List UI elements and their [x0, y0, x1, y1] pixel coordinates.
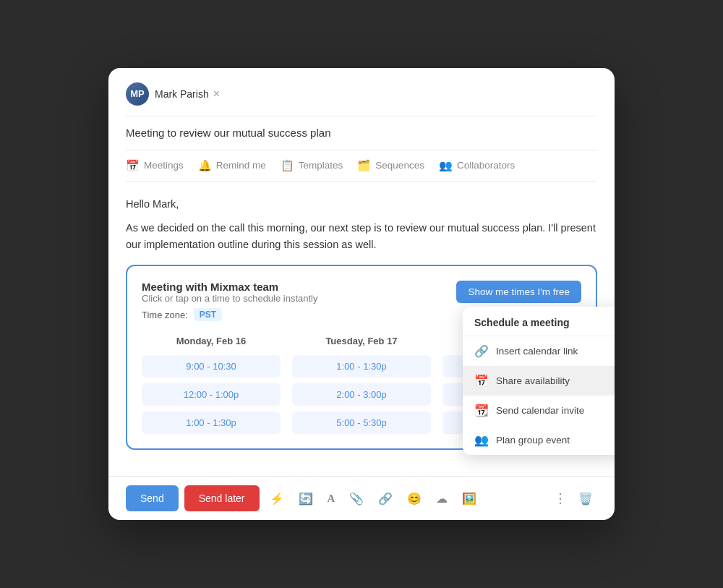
collaborators-icon: 👥: [439, 159, 453, 172]
lightning-icon-button[interactable]: ⚡: [265, 487, 288, 510]
link-icon-button[interactable]: 🔗: [374, 487, 397, 510]
remove-recipient-button[interactable]: ×: [213, 88, 220, 100]
share-availability-icon: 📅: [474, 374, 489, 388]
time-slot[interactable]: 5:00 - 5:30p: [292, 412, 431, 434]
more-icon: ⋮: [554, 490, 567, 506]
email-composer: MP Mark Parish × Meeting to review our m…: [108, 68, 615, 521]
timezone-row: Time zone: PST: [142, 308, 318, 321]
share-availability-label: Share availability: [496, 375, 570, 386]
toolbar-row: 📅 Meetings 🔔 Remind me 📋 Templates 🗂️ Se…: [126, 150, 597, 182]
collaborators-label: Collaborators: [457, 160, 515, 171]
body-paragraph: As we decided on the call this morning, …: [126, 220, 597, 253]
templates-icon: 📋: [281, 159, 294, 172]
cloud-icon: ☁: [436, 492, 448, 506]
send-later-button[interactable]: Send later: [184, 485, 260, 511]
send-calendar-invite-icon: 📆: [474, 404, 489, 417]
subject-row: Meeting to review our mutual success pla…: [126, 116, 597, 150]
card-title: Meeting with Mixmax team: [142, 281, 318, 293]
meetings-label: Meetings: [144, 160, 184, 171]
avatar: MP: [126, 82, 149, 106]
cloud-icon-button[interactable]: ☁: [432, 487, 452, 510]
time-slot[interactable]: 2:00 - 3:00p: [292, 383, 431, 406]
send-button[interactable]: Send: [126, 485, 179, 511]
time-slot[interactable]: 1:00 - 1:30p: [142, 412, 281, 434]
remind-label: Remind me: [216, 160, 266, 171]
time-slot[interactable]: 12:00 - 1:00p: [142, 383, 281, 406]
timezone-badge: PST: [194, 308, 222, 321]
refresh-icon: 🔄: [299, 492, 313, 506]
day-col-monday: Monday, Feb 16 9:00 - 10:30 12:00 - 1:00…: [142, 336, 281, 434]
recipient-name: Mark Parish: [155, 88, 209, 100]
calendar-link-icon: 🔗: [474, 344, 489, 358]
attachment-icon-button[interactable]: 📎: [345, 487, 368, 510]
font-icon-button[interactable]: A: [323, 488, 340, 509]
link-icon: 🔗: [378, 492, 393, 506]
dropdown-item-plan-group-event[interactable]: 👥 Plan group event: [463, 425, 615, 455]
image-icon-button[interactable]: 🖼️: [458, 487, 481, 510]
composer-footer: Send Send later ⚡ 🔄 A 📎 🔗 😊 ☁ 🖼️ ⋮: [108, 476, 615, 520]
plan-group-event-label: Plan group event: [496, 435, 570, 446]
image-icon: 🖼️: [462, 492, 476, 506]
sequences-label: Sequences: [375, 160, 424, 171]
show-free-button[interactable]: Show me times I'm free: [456, 281, 581, 303]
more-options-button[interactable]: ⋮: [549, 486, 571, 511]
font-icon: A: [328, 493, 335, 505]
dropdown-title: Schedule a meeting: [463, 307, 615, 336]
card-subtitle: Click or tap on a time to schedule insta…: [142, 293, 318, 304]
send-calendar-invite-label: Send calendar invite: [496, 405, 584, 416]
toolbar-item-sequences[interactable]: 🗂️ Sequences: [357, 159, 424, 172]
toolbar-item-meetings[interactable]: 📅 Meetings: [126, 159, 184, 172]
composer-header: MP Mark Parish × Meeting to review our m…: [108, 68, 615, 182]
emoji-icon: 😊: [407, 492, 422, 506]
dropdown-item-insert-calendar-link[interactable]: 🔗 Insert calendar link: [463, 336, 615, 366]
time-slot[interactable]: 1:00 - 1:30p: [292, 355, 431, 378]
timezone-label: Time zone:: [142, 310, 188, 320]
day-header-monday: Monday, Feb 16: [142, 336, 281, 346]
meetings-icon: 📅: [126, 159, 140, 172]
attachment-icon: 📎: [349, 492, 364, 506]
templates-label: Templates: [299, 160, 343, 171]
trash-icon: 🗑️: [578, 492, 593, 506]
toolbar-item-collaborators[interactable]: 👥 Collaborators: [439, 159, 515, 172]
refresh-icon-button[interactable]: 🔄: [294, 487, 317, 510]
trash-button[interactable]: 🗑️: [574, 487, 597, 510]
sequences-icon: 🗂️: [357, 159, 371, 172]
day-header-tuesday: Tuesday, Feb 17: [292, 336, 431, 346]
time-slot[interactable]: 9:00 - 10:30: [142, 355, 281, 378]
insert-calendar-link-label: Insert calendar link: [496, 346, 578, 357]
recipient-row: MP Mark Parish ×: [126, 82, 597, 116]
emoji-icon-button[interactable]: 😊: [403, 487, 426, 510]
subject-text: Meeting to review our mutual success pla…: [126, 127, 330, 139]
remind-icon: 🔔: [198, 159, 212, 172]
dropdown-item-send-calendar-invite[interactable]: 📆 Send calendar invite: [463, 396, 615, 425]
schedule-dropdown: Schedule a meeting 🔗 Insert calendar lin…: [463, 307, 615, 455]
toolbar-item-remind[interactable]: 🔔 Remind me: [198, 159, 266, 172]
body-greeting: Hello Mark,: [126, 196, 597, 213]
plan-group-event-icon: 👥: [474, 433, 489, 447]
dropdown-item-share-availability[interactable]: 📅 Share availability: [463, 366, 615, 396]
lightning-icon: ⚡: [270, 492, 284, 506]
toolbar-item-templates[interactable]: 📋 Templates: [281, 159, 343, 172]
day-col-tuesday: Tuesday, Feb 17 1:00 - 1:30p 2:00 - 3:00…: [292, 336, 431, 434]
